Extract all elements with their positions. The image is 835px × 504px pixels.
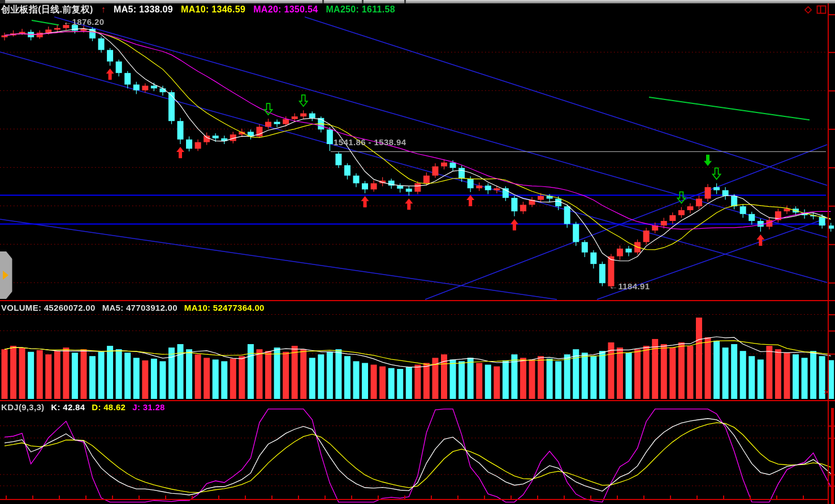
kline-header: 创业板指(日线.前复权)↑MA5: 1338.09MA10: 1346.59MA… [1, 4, 403, 16]
kdj-d-readout: D: 48.62 [92, 402, 126, 412]
kdj-j-readout: J: 31.28 [132, 402, 165, 412]
kdj-pane-canvas[interactable] [0, 401, 835, 504]
volume-pane-canvas[interactable] [0, 301, 835, 401]
ma10-readout: MA10: 1346.59 [181, 5, 245, 14]
kdj-k-readout: K: 42.84 [51, 402, 85, 412]
diamond-icon[interactable] [803, 5, 813, 15]
split-window-icon[interactable] [816, 5, 827, 15]
high-price-label: ←1876.20 [63, 17, 104, 27]
low-price-label: ←1184.91 [609, 281, 650, 291]
volume-header: VOLUME: 45260072.00MA5: 47703912.00MA10:… [1, 303, 271, 312]
volume-ma5-readout: MA5: 47703912.00 [102, 303, 178, 312]
stock-chart-window: 创业板指(日线.前复权)↑MA5: 1338.09MA10: 1346.59MA… [0, 0, 835, 504]
sidebar-expand-handle[interactable] [0, 251, 12, 299]
toolbar-separator [404, 0, 406, 3]
trend-up-arrow-icon: ↑ [101, 5, 106, 14]
pane-collapse-arrow[interactable]: > [824, 389, 828, 396]
kdj-title: KDJ(9,3,3) [1, 402, 44, 412]
ma250-readout: MA250: 1611.58 [326, 5, 395, 14]
window-top-edge [0, 0, 835, 3]
kdj-header: KDJ(9,3,3)K: 42.84D: 48.62J: 31.28 [1, 402, 172, 412]
gap-range-label: 1541.86 - 1538.94 [334, 137, 406, 147]
toolbar-separator [362, 0, 364, 3]
top-edge-corner [0, 0, 5, 3]
volume-ma10-readout: MA10: 52477364.00 [184, 303, 265, 312]
expand-right-arrow-icon [3, 271, 8, 280]
kline-pane-canvas[interactable] [0, 0, 835, 301]
ma5-readout: MA5: 1338.09 [114, 5, 173, 14]
volume-readout: VOLUME: 45260072.00 [1, 303, 96, 312]
ma20-readout: MA20: 1350.54 [253, 5, 318, 14]
instrument-title: 创业板指(日线.前复权) [1, 5, 93, 14]
toolbar-separator [322, 0, 324, 3]
